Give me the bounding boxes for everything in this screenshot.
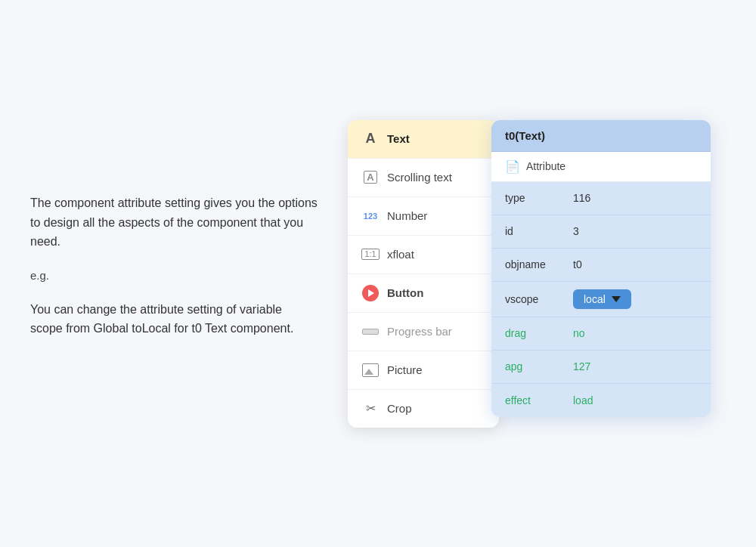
attr-subheader-label: Attribute [526, 160, 565, 172]
component-label-xfloat: xfloat [387, 248, 414, 261]
attr-header-title: t0(Text) [505, 129, 545, 142]
component-label-crop: Crop [387, 402, 412, 415]
attr-table: type 116 id 3 objname t0 v [491, 182, 711, 417]
attr-row-type: type 116 [491, 182, 711, 215]
attribute-panel-wrapper: t0(Text) 📄 Attribute type 116 i [499, 120, 711, 417]
component-list: A Text A Scrolling text 123 Number [348, 120, 499, 428]
component-item-number[interactable]: 123 Number [348, 197, 499, 236]
attr-row-id: id 3 [491, 215, 711, 249]
attr-key-vscope: vscope [505, 293, 573, 305]
description-paragraph1: The component attribute setting gives yo… [30, 193, 318, 252]
component-label-number: Number [387, 209, 427, 222]
progress-bar-icon [361, 323, 380, 341]
crop-icon: ✂ [361, 400, 380, 418]
attr-row-drag: drag no [491, 317, 711, 351]
component-label-scrolling-text: Scrolling text [387, 171, 452, 184]
attr-value-drag: no [573, 327, 697, 339]
attr-key-type: type [505, 192, 573, 204]
component-label-button: Button [387, 286, 423, 299]
attribute-panel: t0(Text) 📄 Attribute type 116 i [491, 120, 711, 417]
ratio-icon: 1:1 [361, 246, 380, 264]
picture-icon [361, 361, 380, 379]
attr-key-apg: apg [505, 360, 573, 372]
component-item-text[interactable]: A Text [348, 120, 499, 159]
attr-value-id: 3 [573, 225, 697, 237]
component-item-scrolling-text[interactable]: A Scrolling text [348, 159, 499, 197]
attr-value-apg: 127 [573, 360, 697, 372]
attr-row-apg: apg 127 [491, 351, 711, 384]
attr-value-effect: load [573, 394, 697, 406]
attr-row-effect: effect load [491, 384, 711, 417]
description-panel: The component attribute setting gives yo… [30, 193, 318, 354]
attr-key-drag: drag [505, 327, 573, 339]
attr-key-objname: objname [505, 258, 573, 270]
component-item-xfloat[interactable]: 1:1 xfloat [348, 236, 499, 274]
component-label-picture: Picture [387, 363, 423, 376]
dropdown-arrow-icon [612, 296, 621, 302]
attr-key-id: id [505, 225, 573, 237]
text-a-icon: A [361, 130, 380, 148]
component-label-text: Text [387, 132, 410, 145]
scrolling-a-icon: A [361, 168, 380, 187]
component-item-crop[interactable]: ✂ Crop [348, 390, 499, 428]
main-container: The component attribute setting gives yo… [0, 90, 756, 458]
ui-panel: A Text A Scrolling text 123 Number [348, 120, 711, 428]
play-button-icon [361, 284, 380, 302]
component-item-picture[interactable]: Picture [348, 351, 499, 390]
vscope-dropdown-wrapper: local [573, 289, 631, 309]
123-icon: 123 [361, 207, 380, 225]
component-label-progress-bar: Progress bar [387, 325, 452, 338]
attr-panel-header: t0(Text) [491, 120, 711, 152]
attr-key-effect: effect [505, 394, 573, 406]
attribute-doc-icon: 📄 [505, 159, 520, 174]
eg-label: e.g. [30, 267, 318, 285]
vscope-value: local [584, 293, 606, 305]
attr-subheader: 📄 Attribute [491, 152, 711, 182]
attr-row-vscope: vscope local [491, 282, 711, 317]
description-paragraph2: You can change the attribute setting of … [30, 300, 318, 338]
attr-value-objname: t0 [573, 258, 697, 270]
component-item-progress-bar[interactable]: Progress bar [348, 313, 499, 351]
attr-value-type: 116 [573, 192, 697, 204]
vscope-dropdown[interactable]: local [573, 289, 631, 309]
component-item-button[interactable]: Button [348, 274, 499, 313]
attr-row-objname: objname t0 [491, 249, 711, 282]
